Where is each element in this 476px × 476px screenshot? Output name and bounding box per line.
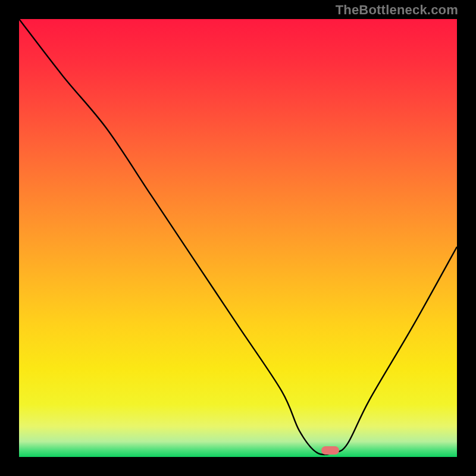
svg-rect-0 [19, 19, 457, 457]
optimal-marker [321, 446, 339, 455]
chart-frame: TheBottleneck.com [0, 0, 476, 476]
background-gradient [19, 19, 457, 457]
plot-area [19, 19, 457, 457]
watermark-text: TheBottleneck.com [336, 2, 458, 18]
